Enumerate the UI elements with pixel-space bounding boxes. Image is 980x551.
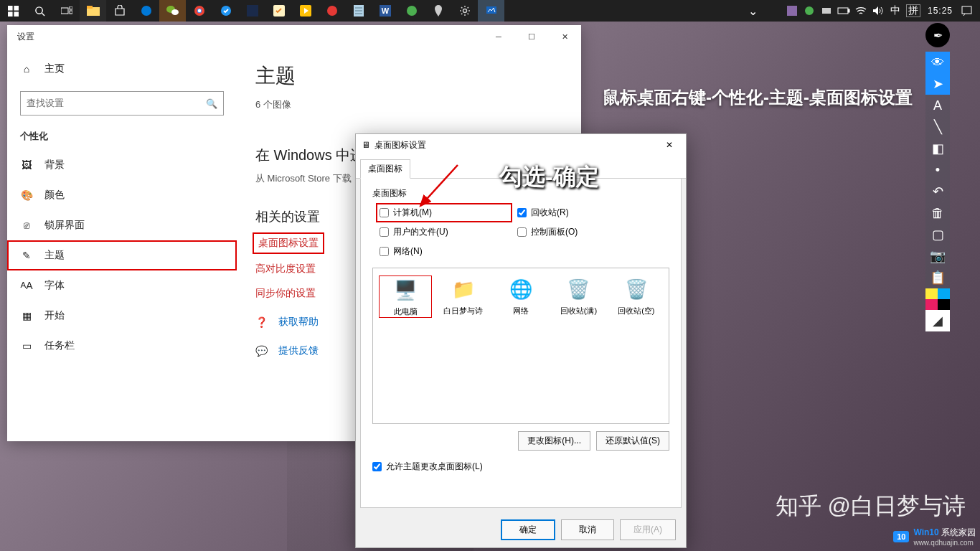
maximize-button[interactable]: ☐ — [515, 25, 548, 48]
nav-colors[interactable]: 🎨颜色 — [7, 180, 237, 210]
checkbox-control-panel-label: 控制面板(O) — [531, 226, 578, 238]
color-palette[interactable] — [925, 288, 950, 310]
window-title: 设置 — [17, 31, 34, 43]
ime-indicator[interactable]: 中 — [889, 4, 902, 17]
svg-rect-1 — [14, 6, 19, 11]
tool-camera[interactable]: 📷 — [925, 245, 950, 267]
store-icon[interactable] — [106, 0, 133, 22]
dialog-titlebar: 🖥 桌面图标设置 ✕ — [356, 134, 686, 156]
tray-app3-icon[interactable] — [820, 4, 833, 17]
screenshot-tool-icon[interactable] — [478, 0, 504, 22]
tool-clipboard[interactable]: 📋 — [925, 267, 950, 288]
checkbox-computer[interactable]: 计算机(M) — [380, 207, 509, 219]
icon-preview-list: 🖥️此电脑 📁白日梦与诗 🌐网络 🗑️回收站(满) 🗑️回收站(空) — [372, 268, 669, 424]
media-icon[interactable] — [292, 0, 319, 22]
tray-wifi-icon[interactable] — [854, 4, 867, 17]
tray-app1-icon[interactable] — [786, 4, 798, 17]
nav-lockscreen[interactable]: ⎚锁屏界面 — [7, 210, 237, 240]
location-icon[interactable] — [425, 0, 451, 22]
app-dark-icon[interactable] — [239, 0, 265, 22]
svg-point-29 — [463, 9, 466, 13]
preview-recycle-full[interactable]: 🗑️回收站(满) — [552, 276, 605, 316]
search-input[interactable]: 查找设置 🔍 — [20, 91, 224, 116]
give-feedback-label: 提供反馈 — [278, 344, 319, 357]
svg-rect-10 — [87, 6, 93, 9]
tab-desktop-icons[interactable]: 桌面图标 — [360, 159, 410, 179]
nav-background[interactable]: 🖼背景 — [7, 150, 237, 180]
network-icon: 🌐 — [507, 277, 535, 301]
start-button[interactable] — [0, 0, 27, 22]
tool-present[interactable]: ▢ — [925, 224, 950, 245]
svg-rect-34 — [838, 8, 848, 14]
svg-text:W: W — [381, 6, 389, 15]
checkbox-allow-themes[interactable]: 允许主题更改桌面图标(L) — [372, 461, 669, 473]
tool-delete[interactable]: 🗑 — [925, 202, 950, 224]
zhihu-watermark: 知乎 @白日梦与诗 — [776, 491, 966, 522]
tool-line[interactable]: ╲ — [925, 116, 950, 138]
notification-icon[interactable] — [960, 4, 973, 17]
checkbox-control-panel[interactable]: 控制面板(O) — [517, 226, 646, 238]
red-app-icon[interactable] — [319, 0, 345, 22]
tool-text[interactable]: A — [925, 95, 950, 116]
tool-eraser[interactable]: ◧ — [925, 138, 950, 159]
page-title: 主题 — [255, 62, 562, 90]
get-help-label: 获取帮助 — [278, 316, 319, 329]
picture-icon: 🖼 — [20, 159, 33, 171]
wechat-icon[interactable] — [159, 0, 186, 22]
nav-taskbar[interactable]: ▭任务栏 — [7, 331, 237, 361]
settings-taskbar-icon[interactable] — [451, 0, 478, 22]
nav-home[interactable]: ⌂ 主页 — [7, 54, 237, 84]
preview-user[interactable]: 📁白日梦与诗 — [436, 276, 489, 316]
preview-network[interactable]: 🌐网络 — [494, 276, 547, 316]
preview-this-pc[interactable]: 🖥️此电脑 — [379, 276, 432, 318]
chrome-icon[interactable] — [186, 0, 212, 22]
edge-icon[interactable] — [133, 0, 159, 22]
preview-recycle-empty[interactable]: 🗑️回收站(空) — [610, 276, 663, 316]
todo-icon[interactable] — [265, 0, 292, 22]
minimize-button[interactable]: ─ — [482, 25, 515, 48]
svg-point-21 — [327, 6, 337, 16]
pen-logo-icon: ✒ — [925, 23, 950, 47]
svg-rect-2 — [8, 11, 13, 17]
tray-chevron-icon[interactable]: ⌄ — [747, 4, 760, 17]
font-icon: AA — [20, 280, 33, 291]
tool-eye[interactable]: 👁 — [925, 52, 950, 73]
checkbox-user-files[interactable]: 用户的文件(U) — [380, 226, 509, 238]
tool-dot[interactable]: • — [925, 159, 950, 181]
ime-indicator-2[interactable]: 拼 — [906, 4, 920, 17]
nav-colors-label: 颜色 — [44, 189, 65, 202]
nav-themes[interactable]: ✎主题 — [7, 240, 237, 270]
cancel-button[interactable]: 取消 — [561, 519, 614, 540]
tray-battery-icon[interactable] — [837, 4, 850, 17]
close-button[interactable]: ✕ — [548, 25, 581, 48]
notes-icon[interactable] — [345, 0, 372, 22]
site-watermark: 10 Win10 系统家园 www.qdhuajin.com — [893, 527, 976, 547]
image-count: 6 个图像 — [255, 98, 562, 111]
preview-recycle-empty-label: 回收站(空) — [610, 306, 663, 316]
checkbox-network[interactable]: 网络(N) — [380, 245, 509, 258]
checkbox-recycle[interactable]: 回收站(R) — [517, 207, 646, 219]
nav-start[interactable]: ▦开始 — [7, 301, 237, 331]
change-icon-button[interactable]: 更改图标(H)... — [518, 431, 590, 451]
clock[interactable]: 15:25 — [925, 6, 956, 16]
file-explorer-icon[interactable] — [80, 0, 106, 22]
svg-rect-18 — [247, 5, 258, 17]
apply-button[interactable]: 应用(A) — [620, 519, 676, 540]
app-blue-icon[interactable] — [212, 0, 239, 22]
nav-start-label: 开始 — [44, 309, 65, 322]
search-icon[interactable] — [27, 0, 53, 22]
green-app-icon[interactable] — [398, 0, 425, 22]
restore-default-button[interactable]: 还原默认值(S) — [596, 431, 669, 451]
tool-cursor[interactable]: ➤ — [925, 73, 950, 95]
tool-undo[interactable]: ↶ — [925, 181, 950, 202]
svg-point-13 — [171, 9, 179, 15]
dialog-close-button[interactable]: ✕ — [653, 134, 686, 156]
word-icon[interactable]: W — [372, 0, 398, 22]
tool-resize-handle[interactable]: ◢ — [925, 310, 950, 331]
link-desktop-icons[interactable]: 桌面图标设置 — [255, 235, 321, 251]
nav-fonts[interactable]: AA字体 — [7, 270, 237, 301]
task-view-icon[interactable] — [53, 0, 80, 22]
tray-volume-icon[interactable] — [872, 4, 885, 17]
ok-button[interactable]: 确定 — [501, 519, 555, 540]
tray-app2-icon[interactable] — [803, 4, 816, 17]
